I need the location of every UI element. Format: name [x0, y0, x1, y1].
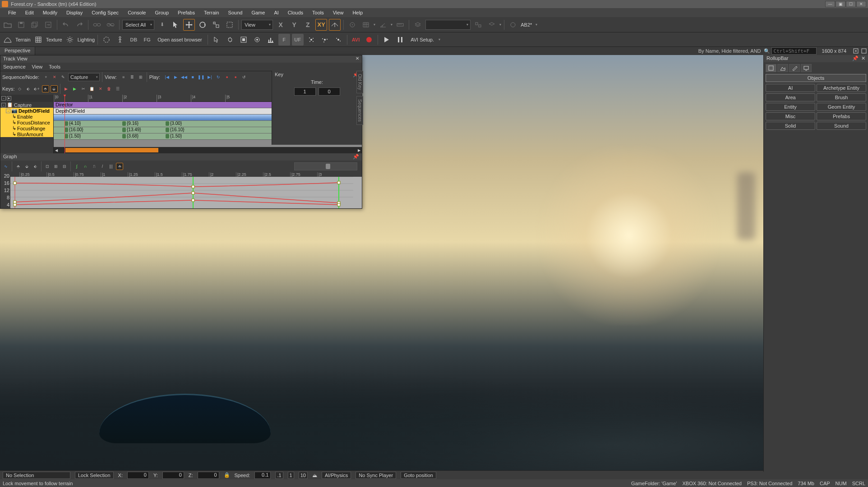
axis-y-button[interactable]: Y [288, 19, 300, 31]
move-icon[interactable] [183, 19, 195, 31]
snap-grid-icon[interactable] [360, 19, 372, 31]
g9-icon[interactable]: ∩ [82, 163, 89, 170]
cursor-goto-icon[interactable] [211, 34, 222, 46]
view-btn2-icon[interactable]: ≣ [129, 74, 136, 81]
link-icon[interactable] [91, 19, 103, 31]
particle3-icon[interactable] [332, 34, 344, 46]
menu-game[interactable]: Game [247, 9, 269, 17]
terrain-collision-icon[interactable]: ⛰ [312, 473, 317, 478]
tree-fd[interactable]: FocusDistance [17, 120, 50, 125]
open-icon[interactable] [2, 19, 14, 31]
snap-angle-icon[interactable] [377, 19, 389, 31]
maximize-button[interactable]: ☐ [846, 1, 856, 7]
search-input[interactable] [771, 47, 817, 55]
z-input[interactable]: 0 [198, 472, 219, 479]
view-btn3-icon[interactable]: ⊞ [137, 74, 144, 81]
curve-editor[interactable]: 20161284 |0.25|0.5|0.75|1|1.25|1.5|1.75|… [0, 172, 362, 208]
db-button[interactable]: DB [128, 34, 139, 46]
tree-enable[interactable]: Enable [17, 114, 32, 119]
viewport-label[interactable]: Perspective [0, 47, 35, 55]
profile-icon[interactable] [507, 19, 519, 31]
rotate-icon[interactable] [197, 19, 208, 31]
k12-icon[interactable]: ☰ [114, 85, 121, 92]
trackview-close-icon[interactable]: ✕ [356, 56, 359, 62]
tool2-icon[interactable] [251, 34, 263, 46]
tv-rec2-icon[interactable]: ● [232, 74, 239, 81]
g6-icon[interactable]: ⊞ [52, 163, 60, 170]
menu-console[interactable]: Console [123, 9, 150, 17]
speed-preset-2[interactable]: 1 [288, 472, 294, 479]
tree-ba[interactable]: BlurAmount [17, 132, 43, 137]
create-sound[interactable]: Sound [817, 122, 866, 130]
menu-edit[interactable]: Edit [21, 9, 38, 17]
g8-icon[interactable]: ∫ [73, 163, 80, 170]
tv-stop-icon[interactable]: ■ [189, 74, 196, 81]
menu-help[interactable]: Help [348, 9, 367, 17]
sequence-dropdown[interactable]: Capture [68, 73, 100, 81]
tv-pause-icon[interactable]: ❚❚ [198, 74, 205, 81]
g1-icon[interactable]: ∿ [2, 163, 9, 170]
g7-icon[interactable]: ⊟ [61, 163, 68, 170]
create-brush[interactable]: Brush [817, 93, 866, 101]
select-icon[interactable] [170, 19, 181, 31]
k5-icon[interactable]: ⬙ [51, 85, 58, 92]
tool3-icon[interactable] [265, 34, 277, 46]
tv-rec3-icon[interactable]: ↺ [240, 74, 248, 81]
ruler-icon[interactable] [394, 19, 406, 31]
terrain-snap-icon[interactable] [329, 19, 341, 31]
ai-physics-button[interactable]: AI/Physics [322, 472, 351, 479]
menu-group[interactable]: Group [150, 9, 173, 17]
unlink-icon[interactable] [105, 19, 116, 31]
tv-menu-tools[interactable]: Tools [49, 64, 60, 69]
k9-icon[interactable]: 📋 [88, 85, 96, 92]
oldkey-tab[interactable]: Old Key [356, 71, 363, 93]
k11-icon[interactable]: 🗑 [106, 85, 113, 92]
rollup-close-icon[interactable]: ✕ [861, 55, 865, 62]
menu-file[interactable]: File [4, 9, 21, 17]
redo-icon[interactable] [74, 19, 85, 31]
save-icon[interactable] [15, 19, 27, 31]
goto-end-icon[interactable]: ▶| [206, 74, 213, 81]
particle1-icon[interactable] [305, 34, 317, 46]
g3-icon[interactable]: ⬙ [23, 163, 30, 170]
terrain-tool-icon[interactable] [2, 34, 14, 46]
helper-icon[interactable] [852, 47, 860, 55]
particle2-icon[interactable] [319, 34, 331, 46]
create-misc[interactable]: Misc [766, 112, 815, 120]
g4-icon[interactable]: ⬖ [32, 163, 39, 170]
no-sync-button[interactable]: No Sync Player [356, 472, 396, 479]
create-solid[interactable]: Solid [766, 122, 815, 130]
k2-icon[interactable]: ⬖ [25, 85, 32, 92]
layers-icon[interactable] [412, 19, 424, 31]
menu-modify[interactable]: Modify [38, 9, 62, 17]
tv-play-icon[interactable]: ▶ [172, 74, 179, 81]
tv-stop-icon[interactable]: ◀◀ [180, 74, 188, 81]
add-seq-icon[interactable]: + [42, 74, 50, 81]
restore-button[interactable]: ▣ [836, 1, 845, 7]
uf-button[interactable]: UF [292, 34, 304, 46]
tree-collapse-icon[interactable]: - [1, 103, 6, 107]
tv-loop-icon[interactable]: ↻ [215, 74, 222, 81]
tree-fr[interactable]: FocusRange [17, 126, 45, 131]
create-archetype-entity[interactable]: Archetype Entity [817, 84, 866, 92]
view-btn1-icon[interactable]: ≡ [120, 74, 127, 81]
playhead[interactable] [65, 95, 65, 153]
freeze-icon[interactable] [224, 34, 236, 46]
create-prefabs[interactable]: Prefabs [817, 112, 866, 120]
close-button[interactable]: ✕ [856, 1, 866, 7]
rollup-tab-create[interactable] [766, 64, 776, 72]
g2-icon[interactable]: ⬘ [14, 163, 22, 170]
del-seq-icon[interactable]: ✕ [51, 74, 58, 81]
selection-filter-dropdown[interactable]: Select All [122, 20, 154, 30]
g12-icon[interactable]: ||| [107, 163, 115, 170]
crosshair-icon[interactable] [101, 34, 112, 46]
rollup-tab-terrain[interactable] [777, 64, 788, 72]
menu-ai[interactable]: AI [269, 9, 283, 17]
open-asset-label[interactable]: Open asset browser [155, 37, 204, 42]
tv-record-icon[interactable]: ● [223, 74, 231, 81]
timeline-scrollbar[interactable]: ◀ ▶ [54, 147, 362, 153]
k10-icon[interactable]: ✕ [97, 85, 104, 92]
save-all-icon[interactable] [29, 19, 41, 31]
tree-expand-icon[interactable]: - [1, 96, 6, 101]
scale-icon[interactable] [210, 19, 222, 31]
